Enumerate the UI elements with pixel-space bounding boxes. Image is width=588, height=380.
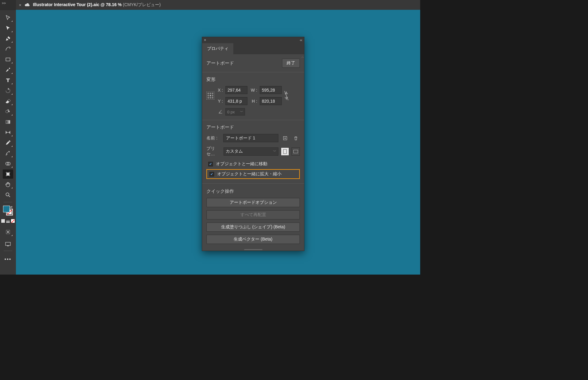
- document-title: Illustrator Interactive Tour (2).aic @ 7…: [33, 2, 161, 8]
- document-title-main: Illustrator Interactive Tour (2).aic @ 7…: [33, 2, 122, 7]
- expand-chevrons-label: >>: [2, 1, 6, 5]
- close-document-icon[interactable]: ×: [19, 3, 21, 7]
- scale-with-objects-row[interactable]: ✔ オブジェクトと一緒に拡大・縮小: [208, 171, 297, 177]
- eyedropper-tool[interactable]: [3, 138, 13, 147]
- finish-button[interactable]: 終了: [282, 59, 300, 68]
- swap-fill-stroke-icon[interactable]: ⇄: [10, 205, 13, 208]
- svg-point-9: [6, 193, 9, 196]
- generative-fill-button[interactable]: 生成塗りつぶし (シェイプ) (Beta): [206, 222, 300, 232]
- color-mode-icon[interactable]: [1, 219, 5, 223]
- svg-rect-8: [6, 173, 9, 176]
- artboard-section-heading: アートボード: [206, 125, 234, 130]
- artboard-tool[interactable]: [3, 169, 13, 179]
- delete-artboard-icon[interactable]: [292, 134, 300, 142]
- move-with-objects-label: オブジェクトと一緒に移動: [216, 161, 267, 167]
- rotate-tool[interactable]: [3, 86, 13, 95]
- svg-point-11: [7, 231, 9, 233]
- none-mode-icon[interactable]: [11, 219, 15, 223]
- new-artboard-icon[interactable]: [281, 134, 289, 142]
- y-input[interactable]: [225, 97, 247, 105]
- hand-tool[interactable]: [3, 180, 13, 189]
- svg-rect-2: [6, 120, 10, 124]
- svg-point-3: [6, 155, 7, 156]
- svg-rect-13: [7, 245, 9, 246]
- angle-value: 0 px: [227, 110, 235, 114]
- svg-point-5: [6, 153, 7, 154]
- draw-mode-row: [1, 219, 15, 223]
- orientation-portrait-button[interactable]: [281, 147, 289, 156]
- move-with-objects-checkbox[interactable]: ✔: [208, 162, 213, 166]
- preset-label: プリセ…: [206, 146, 221, 157]
- toolbar-expand-chevrons[interactable]: >>: [0, 0, 16, 10]
- artboard-name-input[interactable]: [223, 134, 278, 142]
- chevron-down-icon: ﹀: [240, 110, 243, 114]
- scroll-up-icon[interactable]: ︿: [301, 55, 303, 57]
- w-label: W :: [249, 88, 258, 93]
- shape-builder-tool[interactable]: [3, 159, 13, 168]
- reference-point-selector[interactable]: [206, 92, 215, 100]
- svg-rect-0: [6, 58, 10, 61]
- tab-properties[interactable]: プロパティ: [202, 43, 233, 54]
- gradient-tool[interactable]: [3, 117, 13, 127]
- generative-vector-button[interactable]: 生成ベクター (Beta): [206, 235, 300, 244]
- screen-mode-button[interactable]: [3, 240, 13, 248]
- angle-icon: [218, 109, 223, 115]
- dimension-tool[interactable]: [3, 128, 13, 137]
- panel-collapse-icon[interactable]: ‹‹: [300, 38, 302, 42]
- type-tool[interactable]: [3, 76, 13, 85]
- direct-selection-tool[interactable]: [3, 24, 13, 33]
- transform-heading: 変形: [206, 77, 216, 82]
- angle-select[interactable]: 0 px ﹀: [225, 108, 245, 116]
- panel-title-bar[interactable]: × ‹‹: [202, 37, 304, 43]
- panel-close-icon[interactable]: ×: [204, 38, 206, 42]
- preset-select[interactable]: カスタム ﹀: [224, 147, 278, 156]
- orientation-landscape-button[interactable]: [292, 147, 300, 156]
- fill-stroke-proxy[interactable]: ⇄: [3, 205, 13, 216]
- panel-resize-grip[interactable]: [202, 248, 304, 251]
- h-input[interactable]: [260, 97, 282, 105]
- draw-normal-icon[interactable]: [3, 227, 13, 237]
- x-input[interactable]: [225, 86, 247, 94]
- fill-swatch[interactable]: [3, 206, 10, 212]
- gradient-mode-icon[interactable]: [6, 219, 10, 223]
- svg-point-4: [7, 154, 8, 154]
- paintbrush-tool[interactable]: [3, 65, 13, 74]
- properties-panel: × ‹‹ プロパティ ︿ アートボード 終了 変形 X :: [202, 37, 304, 251]
- zoom-tool[interactable]: [3, 190, 13, 200]
- toolbox-divider-2: [4, 251, 12, 251]
- eraser-tool[interactable]: [3, 97, 13, 106]
- svg-point-1: [6, 110, 8, 113]
- artboard-heading: アートボード: [206, 60, 234, 66]
- quick-ops-heading: クイック操作: [206, 189, 234, 194]
- constrain-proportions-icon[interactable]: [284, 90, 289, 101]
- document-tab[interactable]: × Illustrator Interactive Tour (2).aic @…: [16, 0, 165, 10]
- w-input[interactable]: [260, 86, 282, 94]
- edit-toolbar-button[interactable]: •••: [3, 255, 13, 263]
- preset-value: カスタム: [226, 149, 243, 154]
- rectangle-tool[interactable]: [3, 55, 13, 64]
- panel-tabs: プロパティ: [202, 43, 304, 54]
- h-label: H :: [249, 99, 258, 104]
- document-tab-bar: × Illustrator Interactive Tour (2).aic @…: [16, 0, 420, 10]
- chevron-down-icon: ﹀: [273, 149, 276, 154]
- rearrange-all-button[interactable]: すべて再配置: [206, 210, 300, 219]
- scale-with-objects-label: オブジェクトと一緒に拡大・縮小: [217, 171, 281, 177]
- selection-tool[interactable]: [3, 13, 13, 22]
- svg-rect-12: [6, 242, 10, 245]
- pen-tool[interactable]: [3, 34, 13, 43]
- move-with-objects-row[interactable]: ✔ オブジェクトと一緒に移動: [206, 161, 300, 167]
- document-title-suffix: (CMYK/プレビュー): [123, 2, 161, 7]
- highlighted-option: ✔ オブジェクトと一緒に拡大・縮小: [206, 169, 300, 179]
- toolbox: ⇄ •••: [0, 10, 16, 275]
- symbol-sprayer-tool[interactable]: [3, 149, 13, 158]
- artboard-options-button[interactable]: アートボードオプション: [206, 198, 300, 207]
- text-to-vector-tool[interactable]: [3, 107, 13, 116]
- y-label: Y :: [217, 99, 224, 104]
- name-label: 名前 :: [206, 135, 220, 141]
- cloud-icon: [24, 2, 30, 8]
- scale-with-objects-checkbox[interactable]: ✔: [209, 172, 214, 177]
- toolbox-divider: [4, 202, 12, 202]
- curvature-tool[interactable]: [3, 44, 13, 54]
- x-label: X :: [217, 88, 224, 93]
